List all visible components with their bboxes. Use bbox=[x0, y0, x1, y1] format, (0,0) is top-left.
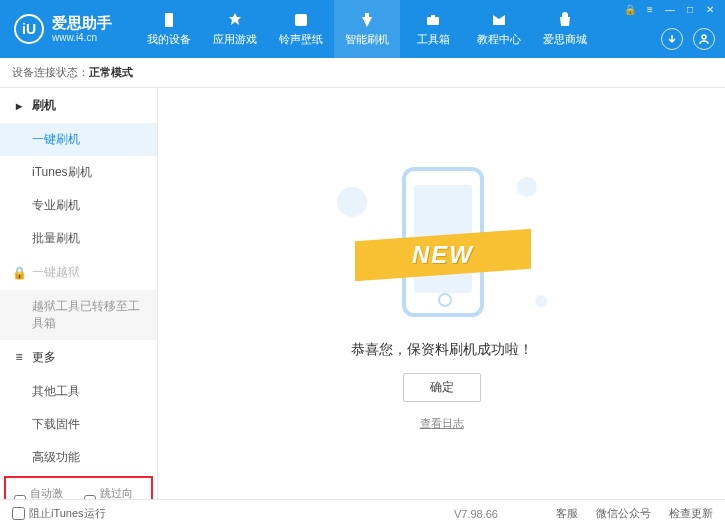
menu-icon[interactable]: ≡ bbox=[643, 4, 657, 15]
store-icon bbox=[555, 11, 575, 29]
footer-link-support[interactable]: 客服 bbox=[556, 506, 578, 521]
svg-point-4 bbox=[702, 35, 706, 39]
section-title: 更多 bbox=[32, 349, 56, 366]
version-label: V7.98.66 bbox=[454, 508, 498, 520]
svg-rect-1 bbox=[295, 14, 307, 26]
sidebar: ▸ 刷机 一键刷机 iTunes刷机 专业刷机 批量刷机 🔒 一键越狱 越狱工具… bbox=[0, 88, 158, 499]
app-name: 爱思助手 bbox=[52, 15, 112, 32]
nav-label: 工具箱 bbox=[417, 32, 450, 47]
nav-label: 我的设备 bbox=[147, 32, 191, 47]
window-controls: 🔒 ≡ — □ ✕ bbox=[623, 4, 717, 15]
minimize-icon[interactable]: — bbox=[663, 4, 677, 15]
nav-store[interactable]: 爱思商城 bbox=[532, 0, 598, 58]
toolbox-icon bbox=[423, 11, 443, 29]
checkbox-label: 跳过向导 bbox=[100, 486, 144, 499]
nav-label: 教程中心 bbox=[477, 32, 521, 47]
sidebar-item-batch-flash[interactable]: 批量刷机 bbox=[0, 222, 157, 255]
footer: 阻止iTunes运行 V7.98.66 客服 微信公众号 检查更新 bbox=[0, 499, 725, 527]
checkbox-label: 阻止iTunes运行 bbox=[29, 506, 106, 521]
sidebar-item-other-tools[interactable]: 其他工具 bbox=[0, 375, 157, 408]
maximize-icon[interactable]: □ bbox=[683, 4, 697, 15]
footer-link-update[interactable]: 检查更新 bbox=[669, 506, 713, 521]
flash-section-icon: ▸ bbox=[12, 99, 26, 113]
checkbox-block-itunes[interactable]: 阻止iTunes运行 bbox=[12, 506, 106, 521]
sidebar-options-box: 自动激活 跳过向导 bbox=[4, 476, 153, 499]
status-bar: 设备连接状态： 正常模式 bbox=[0, 58, 725, 88]
success-message: 恭喜您，保资料刷机成功啦！ bbox=[351, 341, 533, 359]
logo-icon: iU bbox=[14, 14, 44, 44]
apps-icon bbox=[225, 11, 245, 29]
top-nav: 我的设备 应用游戏 铃声壁纸 智能刷机 工具箱 教程中心 爱思商城 bbox=[136, 0, 598, 58]
sidebar-jailbreak-note: 越狱工具已转移至工具箱 bbox=[0, 290, 157, 340]
checkbox-skip-guide[interactable]: 跳过向导 bbox=[84, 486, 144, 499]
sidebar-section-jailbreak: 🔒 一键越狱 bbox=[0, 255, 157, 290]
section-title: 刷机 bbox=[32, 97, 56, 114]
nav-toolbox[interactable]: 工具箱 bbox=[400, 0, 466, 58]
user-button[interactable] bbox=[693, 28, 715, 50]
footer-link-wechat[interactable]: 微信公众号 bbox=[596, 506, 651, 521]
lock-icon[interactable]: 🔒 bbox=[623, 4, 637, 15]
device-icon bbox=[159, 11, 179, 29]
nav-my-device[interactable]: 我的设备 bbox=[136, 0, 202, 58]
flash-icon bbox=[357, 11, 377, 29]
svg-rect-0 bbox=[165, 13, 173, 27]
sidebar-item-download-firmware[interactable]: 下载固件 bbox=[0, 408, 157, 441]
new-ribbon: NEW bbox=[355, 228, 531, 280]
download-button[interactable] bbox=[661, 28, 683, 50]
sidebar-item-itunes-flash[interactable]: iTunes刷机 bbox=[0, 156, 157, 189]
nav-apps-games[interactable]: 应用游戏 bbox=[202, 0, 268, 58]
sidebar-item-onekey-flash[interactable]: 一键刷机 bbox=[0, 123, 157, 156]
status-value: 正常模式 bbox=[89, 65, 133, 80]
success-illustration: NEW bbox=[337, 157, 547, 327]
sidebar-item-advanced[interactable]: 高级功能 bbox=[0, 441, 157, 474]
lock-icon: 🔒 bbox=[12, 266, 26, 280]
main-content: NEW 恭喜您，保资料刷机成功啦！ 确定 查看日志 bbox=[158, 88, 725, 499]
checkbox-auto-activate[interactable]: 自动激活 bbox=[14, 486, 74, 499]
svg-rect-3 bbox=[431, 15, 435, 17]
status-label: 设备连接状态： bbox=[12, 65, 89, 80]
nav-smart-flash[interactable]: 智能刷机 bbox=[334, 0, 400, 58]
checkbox-label: 自动激活 bbox=[30, 486, 74, 499]
app-header: 🔒 ≡ — □ ✕ iU 爱思助手 www.i4.cn 我的设备 应用游戏 铃声… bbox=[0, 0, 725, 58]
close-icon[interactable]: ✕ bbox=[703, 4, 717, 15]
sidebar-section-more[interactable]: ≡ 更多 bbox=[0, 340, 157, 375]
nav-label: 应用游戏 bbox=[213, 32, 257, 47]
ribbon-text: NEW bbox=[412, 241, 474, 269]
nav-label: 爱思商城 bbox=[543, 32, 587, 47]
nav-ringtones[interactable]: 铃声壁纸 bbox=[268, 0, 334, 58]
app-logo: iU 爱思助手 www.i4.cn bbox=[0, 14, 126, 44]
app-url: www.i4.cn bbox=[52, 32, 112, 43]
tutorial-icon bbox=[489, 11, 509, 29]
ok-button[interactable]: 确定 bbox=[403, 373, 481, 402]
ringtone-icon bbox=[291, 11, 311, 29]
nav-label: 铃声壁纸 bbox=[279, 32, 323, 47]
more-icon: ≡ bbox=[12, 350, 26, 364]
sidebar-item-pro-flash[interactable]: 专业刷机 bbox=[0, 189, 157, 222]
view-log-link[interactable]: 查看日志 bbox=[420, 416, 464, 431]
sidebar-section-flash[interactable]: ▸ 刷机 bbox=[0, 88, 157, 123]
nav-label: 智能刷机 bbox=[345, 32, 389, 47]
nav-tutorials[interactable]: 教程中心 bbox=[466, 0, 532, 58]
section-title: 一键越狱 bbox=[32, 264, 80, 281]
svg-rect-2 bbox=[427, 17, 439, 25]
